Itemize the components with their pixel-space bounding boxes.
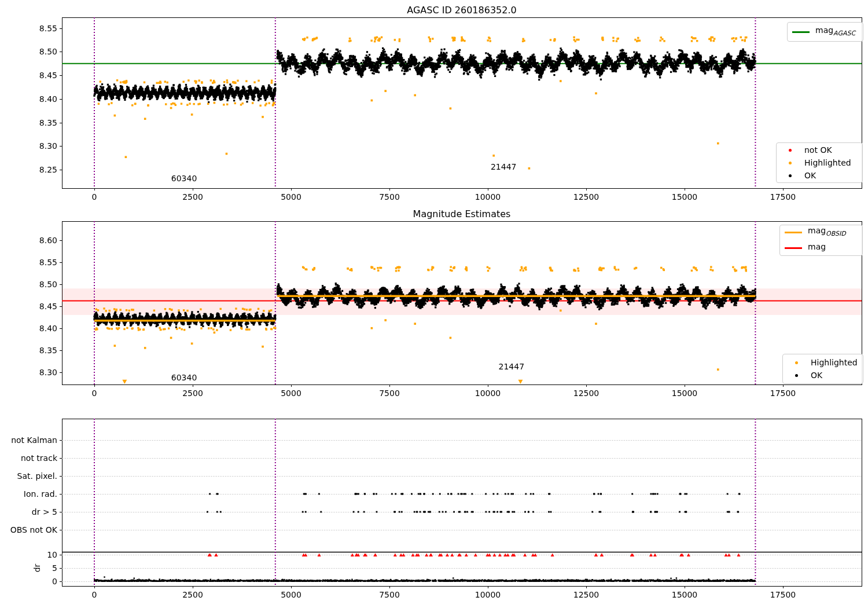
y-tick-label: 8.35: [39, 346, 57, 355]
y-tick-label: 8.30: [39, 141, 57, 151]
mag-line-sample: [785, 247, 802, 249]
flag-row-label: OBS not OK: [10, 525, 57, 534]
y-tick-label: 8.60: [39, 236, 57, 245]
y-tick-label: 8.50: [39, 47, 57, 56]
legend-middle-markers: Highlighted OK: [782, 354, 863, 384]
dr-tick-label: 0: [52, 577, 57, 586]
x-tick-label: 2500: [182, 389, 203, 398]
obsid-annotation-60340: 60340: [171, 174, 197, 183]
x-tick-label: 2500: [182, 590, 203, 599]
mag-agasc-line-sample: [792, 31, 810, 33]
y-tick-label: 8.55: [39, 258, 57, 267]
legend-mag-lines: magOBSID mag: [779, 225, 863, 256]
middle-plot-title: Magnitude Estimates: [413, 208, 511, 219]
highlighted-marker-icon: [781, 162, 799, 164]
highlighted-marker-icon: [788, 361, 805, 364]
x-tick-label: 12500: [573, 590, 599, 599]
y-tick-label: 8.45: [39, 71, 57, 80]
obsid-annotation-21447: 21447: [491, 162, 517, 171]
x-tick-label: 12500: [573, 192, 599, 202]
mag-obsid-line-sample: [785, 232, 802, 233]
y-tick-label: 8.50: [39, 280, 57, 289]
x-tick-label: 7500: [379, 389, 400, 398]
x-tick-label: 10000: [475, 389, 501, 398]
flag-row-label: Ion. rad.: [24, 489, 57, 499]
dr-tick-label: 5: [52, 563, 57, 573]
legend-label: Highlighted: [804, 158, 851, 168]
flag-row-label: Sat. pixel.: [17, 471, 57, 481]
top-plot-title: AGASC ID 260186352.0: [407, 5, 516, 16]
x-tick-label: 5000: [281, 590, 301, 599]
y-tick-label: 8.55: [39, 24, 57, 33]
legend-label: mag: [808, 241, 826, 255]
figure: AGASC ID 260186352.0 Magnitude Estimates…: [0, 0, 868, 608]
obsid-annotation-60340: 60340: [171, 373, 197, 382]
legend-label: OK: [811, 370, 822, 380]
x-tick-label: 10000: [475, 590, 501, 599]
x-tick-label: 7500: [379, 590, 400, 599]
x-tick-label: 10000: [475, 192, 501, 202]
legend-label: magOBSID: [808, 225, 846, 239]
not-ok-marker-icon: [781, 149, 799, 152]
flag-row-label: dr > 5: [32, 507, 57, 517]
x-tick-label: 5000: [281, 389, 301, 398]
dr-tick-label: 10: [47, 550, 57, 559]
flag-row-label: not Kalman: [11, 435, 57, 445]
x-tick-label: 17500: [770, 192, 796, 202]
x-tick-label: 12500: [573, 389, 599, 398]
y-tick-label: 8.45: [39, 302, 57, 311]
x-tick-label: 2500: [182, 192, 203, 202]
y-tick-label: 8.40: [39, 94, 57, 104]
ok-marker-icon: [788, 374, 805, 377]
x-tick-label: 17500: [770, 590, 796, 599]
x-tick-label: 15000: [672, 389, 698, 398]
x-tick-label: 0: [92, 192, 97, 202]
legend-label: not OK: [804, 145, 832, 155]
y-tick-label: 8.35: [39, 118, 57, 127]
flag-row-label: not track: [21, 453, 57, 463]
x-tick-label: 15000: [672, 192, 698, 202]
x-tick-label: 17500: [770, 389, 796, 398]
y-tick-label: 8.25: [39, 165, 57, 174]
legend-label: magAGASC: [815, 25, 855, 39]
legend-label: OK: [804, 170, 816, 181]
obsid-annotation-21447: 21447: [499, 362, 525, 371]
x-tick-label: 7500: [379, 192, 400, 202]
x-tick-label: 0: [92, 590, 97, 599]
legend-top-markers: not OK Highlighted OK: [776, 142, 863, 183]
x-tick-label: 5000: [281, 192, 301, 202]
legend-mag-agasc: magAGASC: [787, 22, 863, 42]
figure-canvas: [0, 0, 868, 608]
legend-label: Highlighted: [811, 357, 858, 368]
x-tick-label: 15000: [672, 590, 698, 599]
dr-axis-label: dr: [32, 564, 42, 573]
x-tick-label: 0: [92, 389, 97, 398]
y-tick-label: 8.30: [39, 368, 57, 377]
ok-marker-icon: [781, 174, 799, 177]
y-tick-label: 8.40: [39, 324, 57, 333]
